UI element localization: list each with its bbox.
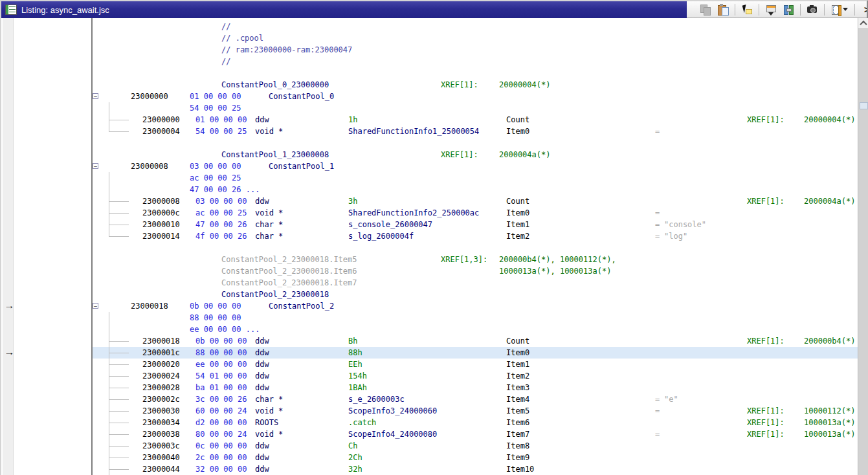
scroll-thumb[interactable]: [860, 102, 868, 109]
listing-line[interactable]: ac 00 00 25: [3, 172, 868, 184]
cursor-marker-arrow-icon: →: [4, 347, 16, 359]
vertical-scrollbar[interactable]: [858, 18, 868, 475]
listing-line[interactable]: [3, 137, 868, 149]
structure-name: ConstantPool_1: [269, 160, 334, 172]
listing-line[interactable]: 2300000803 00 00 00ddw3hCountXREF[1]:200…: [3, 195, 868, 207]
xref-address[interactable]: 1000013a(*): [804, 428, 855, 440]
titlebar[interactable]: Listing: async_await.jsc: [1, 1, 687, 18]
scroll-up-button[interactable]: [858, 18, 868, 29]
mnemonic-field: char *: [255, 393, 283, 405]
listing-line[interactable]: 230000144f 00 00 26char *s_log_2600004fI…: [3, 230, 868, 242]
copy-button[interactable]: [698, 3, 713, 17]
listing-line[interactable]: −2300000001 00 00 00ConstantPool_0: [3, 91, 868, 102]
listing-line[interactable]: −2300000803 00 00 00ConstantPool_1: [3, 160, 868, 172]
xref-address[interactable]: 200000b4(*), 10000112(*),: [499, 254, 616, 265]
operand-field[interactable]: .catch: [348, 417, 376, 428]
listing-line[interactable]: // ram:23000000-ram:23000047: [3, 44, 868, 56]
listing-line[interactable]: 54 00 00 25: [3, 102, 868, 114]
collapse-toggle[interactable]: −: [93, 163, 98, 169]
listing-line[interactable]: // .cpool: [3, 32, 868, 44]
operand-field[interactable]: SharedFunctionInfo2_250000ac: [348, 207, 479, 219]
field-name: Item5: [506, 405, 529, 417]
listing-line[interactable]: 2300002454 01 00 00ddw154hItem2: [3, 370, 868, 382]
xref-address[interactable]: 200000b4(*): [804, 335, 855, 347]
listing-line[interactable]: 2300003060 00 00 24void *ScopeInfo3_2400…: [3, 405, 868, 417]
edit-fields-button[interactable]: [763, 3, 779, 17]
operand-field[interactable]: 2Ch: [348, 452, 362, 463]
operand-field[interactable]: ScopeInfo4_24000080: [348, 428, 437, 440]
operand-field[interactable]: 3h: [348, 195, 357, 207]
listing-line[interactable]: //: [3, 21, 868, 32]
xref-address[interactable]: 2000004a(*): [499, 149, 550, 160]
xref-address[interactable]: 1000013a(*): [804, 417, 855, 428]
listing-line[interactable]: ConstantPool_0_23000000XREF[1]:20000004(…: [3, 79, 868, 91]
operand-field[interactable]: s_e_2600003c: [348, 393, 405, 405]
operand-field[interactable]: Ch: [348, 440, 357, 452]
xref-header: XREF[1]:: [747, 428, 785, 440]
address-field: 2300003c: [142, 440, 180, 452]
operand-field[interactable]: Bh: [348, 335, 357, 347]
bytes-field: ac 00 00 25: [195, 207, 247, 219]
listing-line[interactable]: [3, 67, 868, 79]
listing-line[interactable]: //: [3, 56, 868, 67]
collapse-toggle[interactable]: −: [93, 303, 98, 309]
bytes-field: 01 00 00 00: [190, 91, 241, 102]
listing-line-current[interactable]: 2300001c88 00 00 00ddw88hItem0: [3, 347, 868, 359]
operand-field[interactable]: 88h: [348, 347, 362, 359]
listing-line[interactable]: ConstantPool_2_23000018: [3, 289, 868, 300]
field-name: Item10: [506, 463, 534, 475]
listing-line[interactable]: ee 00 00 00 ...: [3, 324, 868, 335]
listing-line[interactable]: 23000028ba 01 00 00ddw1BAhItem3: [3, 382, 868, 393]
operand-field[interactable]: 32h: [348, 463, 362, 475]
listing-line[interactable]: 2300002c3c 00 00 26char *s_e_2600003cIte…: [3, 393, 868, 405]
operand-field[interactable]: s_log_2600004f: [348, 230, 414, 242]
snapshot-button[interactable]: [805, 3, 820, 17]
operand-field[interactable]: s_console_26000047: [348, 219, 432, 230]
edit-fields-icon: [766, 5, 776, 15]
dropdown-arrow-icon: [843, 8, 848, 11]
address-field: 23000030: [142, 405, 180, 417]
cursor-location-button[interactable]: [739, 3, 755, 17]
listing-line[interactable]: 47 00 00 26 ...: [3, 184, 868, 195]
operand-field[interactable]: ScopeInfo3_24000060: [348, 405, 437, 417]
listing-display-options-button[interactable]: [829, 3, 851, 17]
tree-line: [109, 213, 129, 214]
listing-line[interactable]: ConstantPool_1_23000008XREF[1]:2000004a(…: [3, 149, 868, 160]
collapse-toggle[interactable]: −: [93, 93, 98, 99]
address-field: 23000020: [142, 359, 180, 370]
tree-line: [109, 469, 129, 470]
operand-field[interactable]: SharedFunctionInfo1_25000054: [348, 126, 479, 137]
camera-icon: [807, 5, 818, 15]
listing-line[interactable]: 230000402c 00 00 00ddw2ChItem9: [3, 452, 868, 463]
listing-line[interactable]: 2300000001 00 00 00ddw1hCountXREF[1]:200…: [3, 114, 868, 126]
listing-line[interactable]: 2300003880 00 00 24void *ScopeInfo4_2400…: [3, 428, 868, 440]
listing-line[interactable]: [3, 242, 868, 254]
operand-field[interactable]: 1BAh: [348, 382, 367, 393]
listing-line[interactable]: 230000180b 00 00 00ddwBhCountXREF[1]:200…: [3, 335, 868, 347]
xref-address[interactable]: 10000112(*): [804, 405, 855, 417]
listing-line[interactable]: ConstantPool_2_23000018.Item61000013a(*)…: [3, 265, 868, 277]
xref-address[interactable]: 20000004(*): [499, 79, 550, 91]
xref-address[interactable]: 20000004(*): [804, 114, 855, 126]
operand-field[interactable]: 154h: [348, 370, 367, 382]
listing-line[interactable]: 2300003c0c 00 00 00ddwChItem8: [3, 440, 868, 452]
listing-line[interactable]: 23000034d2 00 00 00ROOTS.catchItem6XREF[…: [3, 417, 868, 428]
xref-address[interactable]: 1000013a(*), 1000013a(*): [499, 265, 611, 277]
listing-line[interactable]: 2300004432 00 00 00ddw32hItem10: [3, 463, 868, 475]
paste-button[interactable]: [715, 3, 731, 17]
listing-line[interactable]: 2300001047 00 00 26char *s_console_26000…: [3, 219, 868, 230]
listing-line[interactable]: −230000180b 00 00 00ConstantPool_2: [3, 300, 868, 312]
listing-line[interactable]: 88 00 00 00: [3, 312, 868, 324]
operand-field[interactable]: 1h: [348, 114, 357, 126]
close-button[interactable]: >: [859, 3, 867, 17]
xref-address[interactable]: 2000004a(*): [804, 195, 855, 207]
listing-line[interactable]: 2300000cac 00 00 25void *SharedFunctionI…: [3, 207, 868, 219]
listing-line[interactable]: ConstantPool_2_23000018.Item5XREF[1,3]:2…: [3, 254, 868, 265]
diff-view-button[interactable]: [781, 3, 796, 17]
field-name: Item6: [506, 417, 529, 428]
cursor-marker-arrow-icon: →: [4, 300, 16, 312]
operand-field[interactable]: EEh: [348, 359, 362, 370]
listing-line[interactable]: ConstantPool_2_23000018.Item7: [3, 277, 868, 289]
listing-line[interactable]: 2300000454 00 00 25void *SharedFunctionI…: [3, 126, 868, 137]
listing-line[interactable]: 23000020ee 00 00 00ddwEEhItem1: [3, 359, 868, 370]
